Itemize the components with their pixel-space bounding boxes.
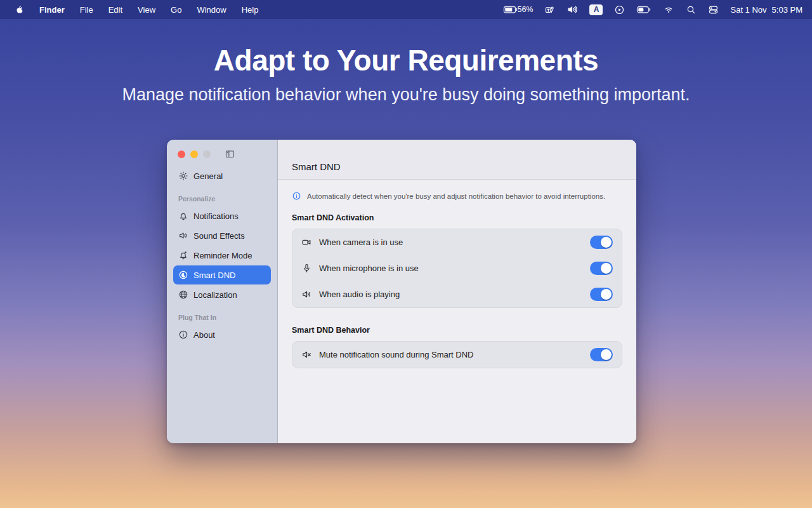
- menu-edit[interactable]: Edit: [101, 0, 130, 19]
- toggle-camera-in-use[interactable]: [590, 236, 613, 249]
- sidebar-item-about[interactable]: About: [173, 325, 271, 344]
- clock-time: 5:03 PM: [772, 5, 802, 15]
- menu-view[interactable]: View: [130, 0, 163, 19]
- sidebar-item-localization[interactable]: Localization: [173, 285, 271, 304]
- battery-percent: 56%: [517, 5, 533, 14]
- battery-icon: [503, 4, 518, 15]
- camera-icon: [301, 237, 312, 248]
- bell-icon: [178, 211, 188, 221]
- setting-row-microphone: When microphone is in use: [301, 255, 613, 281]
- teams-icon: [544, 4, 555, 15]
- content-body: Automatically detect when you're busy an…: [278, 180, 636, 443]
- search-icon: [686, 4, 697, 15]
- toggle-audio-playing[interactable]: [590, 288, 613, 301]
- hero-title: Adapt to Your Requirements: [0, 43, 812, 77]
- sidebar: General Personalize Notifications Sound …: [167, 140, 278, 443]
- zoom-button[interactable]: [203, 150, 211, 158]
- hero-subtitle: Manage notification behavior when you're…: [0, 85, 812, 105]
- menu-file[interactable]: File: [72, 0, 101, 19]
- wifi-menu-extra[interactable]: [659, 0, 678, 19]
- menu-go[interactable]: Go: [163, 0, 189, 19]
- clock-date: Sat 1 Nov: [730, 5, 766, 15]
- sidebar-section-personalize: Personalize: [173, 186, 271, 206]
- sidebar-item-label: Sound Effects: [193, 231, 245, 241]
- sidebar-item-sound-effects[interactable]: Sound Effects: [173, 226, 271, 245]
- speaker-mute-icon: [301, 349, 312, 360]
- info-text: Automatically detect when you're busy an…: [307, 192, 605, 200]
- settings-window: General Personalize Notifications Sound …: [167, 140, 636, 443]
- setting-label: Mute notification sound during Smart DND: [319, 350, 474, 359]
- setting-label: When microphone is in use: [319, 264, 419, 273]
- volume-menu-extra[interactable]: [563, 0, 582, 19]
- sidebar-item-notifications[interactable]: Notifications: [173, 206, 271, 225]
- sidebar-item-label: Localization: [193, 290, 237, 300]
- menu-help[interactable]: Help: [234, 0, 266, 19]
- info-circle-icon: [178, 330, 188, 340]
- sidebar-item-label: About: [193, 330, 215, 340]
- sidebar-item-label: Smart DND: [193, 271, 235, 280]
- gear-icon: [178, 171, 188, 181]
- toggle-knob: [601, 237, 612, 248]
- sidebar-nav: General Personalize Notifications Sound …: [167, 160, 277, 345]
- apple-logo-icon: [14, 4, 24, 15]
- input-source-icon: A: [589, 4, 603, 15]
- play-circle-icon: [614, 4, 625, 15]
- minimize-button[interactable]: [190, 150, 198, 158]
- setting-row-camera: When camera is in use: [301, 229, 613, 255]
- menu-app-name[interactable]: Finder: [32, 0, 72, 19]
- sidebar-item-label: Reminder Mode: [193, 251, 252, 260]
- wifi-icon: [663, 4, 674, 15]
- section-heading-activation: Smart DND Activation: [292, 213, 622, 222]
- menu-window[interactable]: Window: [189, 0, 233, 19]
- window-titlebar: [167, 140, 277, 160]
- sidebar-item-label: Notifications: [193, 211, 239, 221]
- activation-card: When camera is in use When microphone is…: [292, 229, 622, 308]
- speaker-icon: [178, 231, 188, 241]
- setting-label: When camera is in use: [319, 237, 403, 247]
- sidebar-item-label: General: [193, 171, 223, 181]
- sidebar-section-plug-that-in: Plug That In: [173, 305, 271, 325]
- control-center-menu-extra[interactable]: [704, 0, 723, 19]
- content-header: Smart DND: [278, 140, 636, 180]
- info-circle-icon: [292, 191, 301, 201]
- input-source-menu-extra[interactable]: A: [586, 0, 606, 19]
- close-button[interactable]: [178, 150, 185, 158]
- page-title: Smart DND: [292, 161, 341, 172]
- behavior-card: Mute notification sound during Smart DND: [292, 341, 622, 368]
- section-heading-behavior: Smart DND Behavior: [292, 326, 622, 335]
- toggle-knob: [601, 289, 612, 300]
- control-center-icon: [708, 4, 719, 15]
- battery-status[interactable]: 56%: [499, 0, 537, 19]
- globe-icon: [178, 290, 188, 300]
- sidebar-item-smart-dnd[interactable]: Smart DND: [173, 265, 271, 284]
- device-battery-icon: [636, 4, 652, 15]
- volume-icon: [566, 4, 578, 15]
- teams-menu-extra[interactable]: [540, 0, 559, 19]
- info-banner: Automatically detect when you're busy an…: [292, 191, 622, 201]
- audio-icon: [301, 289, 312, 300]
- sidebar-item-reminder-mode[interactable]: Reminder Mode: [173, 246, 271, 265]
- playback-menu-extra[interactable]: [610, 0, 629, 19]
- moon-circle-icon: [178, 270, 188, 280]
- bell-badge-icon: [178, 250, 188, 260]
- menu-bar-clock[interactable]: Sat 1 Nov 5:03 PM: [726, 0, 804, 19]
- content-pane: Smart DND Automatically detect when you'…: [278, 140, 636, 443]
- setting-label: When audio is playing: [319, 290, 400, 299]
- toggle-mute-notification-sound[interactable]: [590, 348, 613, 361]
- device-battery-menu-extra[interactable]: [632, 0, 655, 19]
- setting-row-mute: Mute notification sound during Smart DND: [301, 342, 613, 368]
- toggle-knob: [601, 263, 612, 274]
- spotlight-menu-extra[interactable]: [682, 0, 700, 19]
- setting-row-audio: When audio is playing: [301, 281, 613, 307]
- sidebar-item-general[interactable]: General: [173, 166, 271, 185]
- sidebar-toggle-button[interactable]: [225, 149, 235, 159]
- menu-bar: Finder File Edit View Go Window Help 56%: [0, 0, 812, 19]
- toggle-microphone-in-use[interactable]: [590, 262, 613, 275]
- apple-menu[interactable]: [6, 0, 32, 19]
- microphone-icon: [301, 263, 312, 274]
- sidebar-toggle-icon: [225, 149, 235, 159]
- hero-section: Adapt to Your Requirements Manage notifi…: [0, 43, 812, 105]
- toggle-knob: [601, 349, 612, 360]
